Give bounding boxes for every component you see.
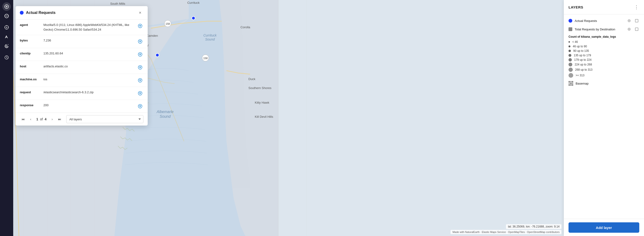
legend-circle xyxy=(568,63,572,66)
layer-settings-button[interactable] xyxy=(634,27,639,32)
layer-filter-select[interactable]: All layersActual RequestsTotal Requests … xyxy=(66,115,144,123)
layer-visibility-button[interactable] xyxy=(626,18,632,23)
svg-point-21 xyxy=(192,16,195,20)
layer-settings-button[interactable] xyxy=(634,18,639,23)
layers-footer: Add layer xyxy=(564,219,644,236)
filter-icon-button[interactable] xyxy=(137,90,144,97)
attribution-text: Made with NaturalEarth · Elastic Maps Se… xyxy=(452,231,560,234)
popup-title: Actual Requests xyxy=(26,10,137,15)
popup-panel: Actual Requests × agent Mozilla/5.0 (X11… xyxy=(16,6,148,126)
svg-point-66 xyxy=(629,20,630,21)
layer-name: Total Requests by Destination xyxy=(575,27,624,31)
popup-row: host artifacts.elastic.co xyxy=(16,61,148,74)
layers-panel-title: LAYERS xyxy=(568,5,634,9)
filter-icon-button[interactable] xyxy=(137,51,144,58)
draw-button[interactable] xyxy=(2,32,11,41)
svg-text:Sound: Sound xyxy=(160,114,171,118)
filter-icon-button[interactable] xyxy=(137,77,144,84)
next-page-button[interactable]: › xyxy=(49,116,56,122)
popup-row: machine.os ios xyxy=(16,74,148,87)
svg-text:Currituck: Currituck xyxy=(187,1,200,4)
legend-circle xyxy=(568,58,572,61)
zoom-in-button[interactable] xyxy=(2,2,11,11)
svg-point-22 xyxy=(156,53,159,57)
svg-text:Kitty Hawk: Kitty Hawk xyxy=(255,101,270,104)
popup-close-button[interactable]: × xyxy=(137,9,144,16)
legend-circle xyxy=(568,45,570,47)
prev-page-button[interactable]: ‹ xyxy=(27,116,34,122)
popup-row: clientip 135.201.60.64 xyxy=(16,48,148,61)
legend-item: 135 up to 179 xyxy=(568,54,639,57)
svg-point-30 xyxy=(6,27,7,28)
popup-header: Actual Requests × xyxy=(16,6,148,19)
legend-label: 179 up to 224 xyxy=(574,58,592,61)
popup-value: 135.201.60.64 xyxy=(44,51,137,56)
filter-icon-button[interactable] xyxy=(137,38,144,45)
map-coords: lat: 36.25069, lon: -76.21688, zoom: 9.1… xyxy=(506,224,562,229)
svg-text:South Mills: South Mills xyxy=(110,2,125,5)
basemap-name: Basemap xyxy=(576,82,588,85)
layers-body: Actual Requests Total Requests by Destin… xyxy=(564,14,644,219)
layer-color-dot xyxy=(568,19,572,23)
popup-value: Mozilla/5.0 (X11; Linux i686) AppleWebKi… xyxy=(44,23,137,32)
time-button[interactable] xyxy=(2,53,11,62)
legend-item: 179 up to 224 xyxy=(568,58,639,61)
filter-icon-button[interactable] xyxy=(137,23,144,29)
compass-button[interactable] xyxy=(2,23,11,31)
popup-value: /elasticsearch/elasticsearch-6.3.2.zip xyxy=(44,90,137,95)
last-page-button[interactable]: ⏭ xyxy=(56,116,63,122)
svg-text:158: 158 xyxy=(166,22,170,25)
legend-item: 46 up to 90 xyxy=(568,45,639,48)
popup-row: response 200 xyxy=(16,100,148,113)
add-layer-button[interactable]: Add layer xyxy=(568,222,639,233)
legend-circle xyxy=(568,54,571,57)
popup-value: 7,236 xyxy=(44,38,137,43)
popup-row: request /elasticsearch/elasticsearch-6.3… xyxy=(16,87,148,100)
svg-text:158: 158 xyxy=(203,57,208,60)
first-page-button[interactable]: ⏮ xyxy=(20,116,26,122)
toolbar xyxy=(0,0,13,236)
basemap-item: Basemap xyxy=(568,81,639,86)
popup-key: request xyxy=(20,90,44,95)
layer-item-total-requests: Total Requests by Destination xyxy=(568,27,639,32)
popup-body: agent Mozilla/5.0 (X11; Linux i686) Appl… xyxy=(16,19,148,113)
layer-visibility-button[interactable] xyxy=(626,27,632,32)
page-info: 1 of 4 xyxy=(36,117,46,121)
svg-text:Kill Devil Hills: Kill Devil Hills xyxy=(255,115,274,118)
map-attribution: Made with NaturalEarth · Elastic Maps Se… xyxy=(450,230,562,234)
legend-label: 268 up to 313 xyxy=(575,68,592,71)
svg-text:Camden: Camden xyxy=(146,34,158,37)
inspect-button[interactable] xyxy=(2,42,11,50)
layer-item-actual-requests: Actual Requests xyxy=(568,18,639,23)
total-pages: 4 xyxy=(44,117,46,121)
legend-label: 90 up to 135 xyxy=(573,49,589,52)
svg-text:Currituck: Currituck xyxy=(203,33,217,37)
legend-label: 135 up to 179 xyxy=(574,54,591,57)
legend-item: < 46 xyxy=(568,40,639,43)
layers-menu-button[interactable]: ⋮ xyxy=(634,4,639,10)
filter-icon-button[interactable] xyxy=(137,64,144,71)
legend-circle xyxy=(568,73,573,78)
legend-label: 46 up to 90 xyxy=(573,45,587,48)
popup-footer: ⏮ ‹ 1 of 4 › ⏭ All layersActual Requests… xyxy=(16,113,148,126)
svg-rect-67 xyxy=(635,19,638,22)
layer-color-square xyxy=(568,27,572,31)
layers-panel: LAYERS ⋮ Actual Requests Total Requests xyxy=(564,0,644,236)
popup-key: response xyxy=(20,103,44,108)
legend-section: Count of kibana_sample_data_logs < 46 46… xyxy=(568,35,639,78)
svg-text:Corolla: Corolla xyxy=(240,25,250,29)
filter-icon-button[interactable] xyxy=(137,103,144,110)
popup-key: host xyxy=(20,64,44,69)
legend-circle xyxy=(568,50,571,52)
popup-row: bytes 7,236 xyxy=(16,35,148,48)
legend-item: 224 up to 268 xyxy=(568,63,639,66)
popup-key: bytes xyxy=(20,38,44,43)
zoom-out-button[interactable] xyxy=(2,12,11,20)
svg-text:Southern Shores: Southern Shores xyxy=(248,86,272,90)
popup-key: machine.os xyxy=(20,77,44,82)
svg-text:Albemarle: Albemarle xyxy=(156,110,174,114)
legend-label: >= 313 xyxy=(576,74,584,77)
legend-circle xyxy=(568,41,570,43)
layers-header: LAYERS ⋮ xyxy=(564,0,644,14)
svg-text:Duck: Duck xyxy=(248,77,256,81)
